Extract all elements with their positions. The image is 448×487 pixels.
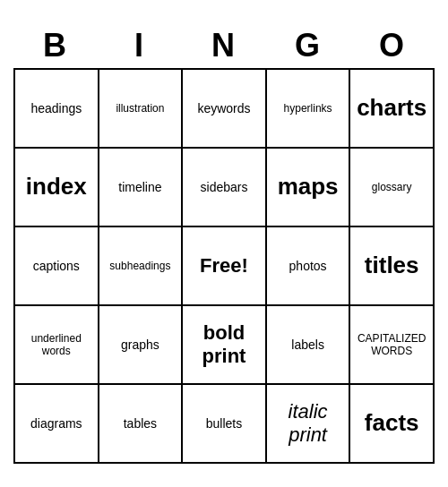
- bingo-cell-text: italic print: [271, 400, 346, 448]
- bingo-cell: facts: [350, 385, 435, 464]
- bingo-cell-text: charts: [357, 94, 426, 122]
- bingo-cell-text: titles: [365, 252, 419, 279]
- bingo-cell: subheadings: [99, 227, 184, 306]
- bingo-cell-text: subheadings: [109, 260, 170, 272]
- bingo-cell: bullets: [183, 385, 267, 464]
- bingo-cell: sidebars: [183, 149, 267, 227]
- bingo-cell-text: illustration: [116, 102, 164, 115]
- bingo-header-letter: O: [350, 23, 435, 68]
- bingo-cell: italic print: [267, 385, 351, 464]
- bingo-cell-text: Free!: [200, 254, 248, 278]
- bingo-cell-text: hyperlinks: [284, 102, 332, 115]
- bingo-header: BINGO: [13, 23, 435, 68]
- bingo-cell: glossary: [350, 149, 435, 227]
- bingo-cell-text: index: [26, 173, 87, 201]
- bingo-cell: CAPITALIZED WORDS: [350, 306, 435, 385]
- bingo-cell-text: CAPITALIZED WORDS: [354, 332, 429, 358]
- bingo-grid: headingsillustrationkeywordshyperlinksch…: [13, 68, 435, 464]
- bingo-cell: photos: [267, 227, 351, 306]
- bingo-cell: Free!: [183, 227, 267, 306]
- bingo-cell-text: timeline: [118, 180, 161, 195]
- bingo-header-letter: B: [13, 23, 98, 68]
- bingo-cell: captions: [15, 227, 99, 306]
- bingo-cell-text: bold print: [186, 321, 262, 369]
- bingo-cell: keywords: [183, 70, 267, 149]
- bingo-cell: bold print: [183, 306, 267, 385]
- bingo-cell: labels: [267, 306, 351, 385]
- bingo-cell: diagrams: [15, 385, 99, 464]
- bingo-cell: timeline: [99, 149, 184, 227]
- bingo-cell-text: bullets: [206, 416, 242, 431]
- bingo-cell-text: headings: [30, 101, 82, 116]
- bingo-cell-text: captions: [33, 259, 80, 274]
- bingo-cell-text: labels: [291, 337, 324, 353]
- bingo-cell-text: underlined words: [19, 332, 94, 358]
- bingo-header-letter: G: [266, 23, 350, 68]
- bingo-cell: headings: [15, 70, 99, 149]
- bingo-board: BINGO headingsillustrationkeywordshyperl…: [13, 23, 435, 464]
- bingo-cell-text: tables: [124, 416, 157, 431]
- bingo-cell-text: sidebars: [201, 180, 248, 195]
- bingo-cell: underlined words: [15, 306, 99, 385]
- bingo-cell: charts: [350, 70, 435, 149]
- bingo-cell-text: graphs: [121, 337, 159, 353]
- bingo-cell: titles: [350, 227, 435, 306]
- bingo-cell-text: diagrams: [30, 416, 82, 431]
- bingo-cell-text: glossary: [372, 181, 412, 193]
- bingo-header-letter: I: [98, 23, 182, 68]
- bingo-cell-text: facts: [365, 409, 419, 437]
- bingo-cell-text: keywords: [197, 101, 250, 116]
- bingo-header-letter: N: [182, 23, 266, 68]
- bingo-cell: maps: [267, 149, 351, 227]
- bingo-cell-text: photos: [289, 259, 327, 274]
- bingo-cell: illustration: [99, 70, 184, 149]
- bingo-cell: index: [15, 149, 99, 227]
- bingo-cell: hyperlinks: [267, 70, 351, 149]
- bingo-cell: tables: [99, 385, 184, 464]
- bingo-cell: graphs: [99, 306, 184, 385]
- bingo-cell-text: maps: [278, 173, 339, 201]
